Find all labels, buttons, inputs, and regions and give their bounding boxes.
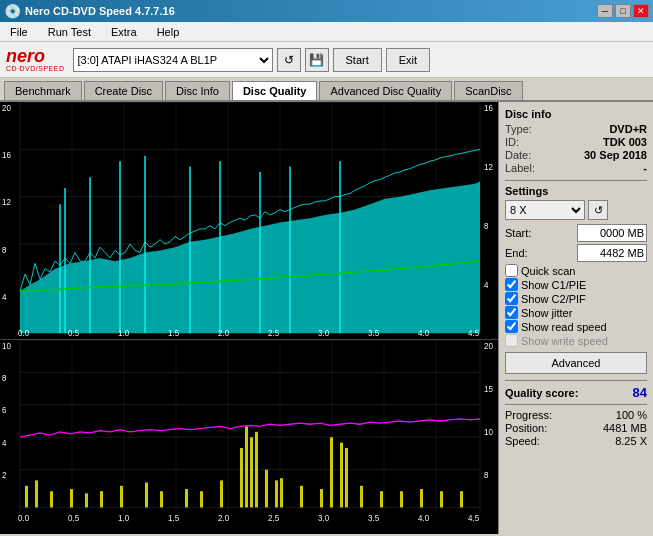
svg-text:0.5: 0.5 — [68, 328, 79, 338]
disc-label-row: Label: - — [505, 162, 647, 174]
svg-text:1.0: 1.0 — [118, 513, 129, 523]
svg-text:4.0: 4.0 — [418, 513, 429, 523]
position-value: 4481 MB — [603, 422, 647, 434]
svg-text:3.0: 3.0 — [318, 513, 329, 523]
end-label: End: — [505, 247, 528, 259]
lower-chart-svg: 10 8 6 4 2 20 15 10 8 0.0 0.5 1.0 1. — [0, 340, 498, 534]
svg-rect-79 — [275, 480, 278, 507]
start-label: Start: — [505, 227, 531, 239]
svg-rect-67 — [100, 491, 103, 507]
app-title: Nero CD-DVD Speed 4.7.7.16 — [25, 5, 175, 17]
disc-label-value: - — [643, 162, 647, 174]
show-c2pif-label: Show C2/PIF — [521, 293, 586, 305]
quick-scan-checkbox[interactable] — [505, 264, 518, 277]
svg-text:4.5: 4.5 — [468, 328, 479, 338]
svg-text:2.5: 2.5 — [268, 513, 279, 523]
app-icon: 💿 — [4, 3, 21, 19]
svg-rect-71 — [185, 489, 188, 507]
speed-row: 8 X ↺ — [505, 200, 647, 220]
show-jitter-checkbox[interactable] — [505, 306, 518, 319]
svg-rect-75 — [245, 426, 248, 507]
menu-help[interactable]: Help — [151, 24, 186, 40]
progress-row: Progress: 100 % — [505, 409, 647, 421]
svg-text:10: 10 — [2, 340, 11, 350]
svg-rect-77 — [255, 431, 258, 507]
close-button[interactable]: ✕ — [633, 4, 649, 18]
refresh-button[interactable]: ↺ — [277, 48, 301, 72]
show-read-speed-checkbox[interactable] — [505, 320, 518, 333]
speed-row-progress: Speed: 8.25 X — [505, 435, 647, 447]
svg-rect-76 — [250, 437, 253, 507]
svg-rect-86 — [360, 485, 363, 507]
disc-id-label: ID: — [505, 136, 519, 148]
advanced-button[interactable]: Advanced — [505, 352, 647, 374]
svg-text:4.0: 4.0 — [418, 328, 429, 338]
nero-brand-sub: CD·DVD/SPEED — [6, 65, 65, 72]
svg-text:0.0: 0.0 — [18, 328, 29, 338]
svg-text:2.5: 2.5 — [268, 328, 279, 338]
svg-rect-73 — [220, 480, 223, 507]
show-write-speed-checkbox[interactable] — [505, 334, 518, 347]
svg-text:8: 8 — [484, 470, 489, 480]
svg-text:8: 8 — [2, 372, 7, 382]
svg-rect-88 — [400, 491, 403, 507]
show-c2pif-checkbox[interactable] — [505, 292, 518, 305]
exit-button[interactable]: Exit — [386, 48, 430, 72]
svg-rect-78 — [265, 469, 268, 507]
svg-text:2.0: 2.0 — [218, 328, 229, 338]
svg-rect-91 — [460, 491, 463, 507]
disc-id-value: TDK 003 — [603, 136, 647, 148]
title-bar: 💿 Nero CD-DVD Speed 4.7.7.16 ─ □ ✕ — [0, 0, 653, 22]
svg-rect-69 — [145, 482, 148, 507]
save-button[interactable]: 💾 — [305, 48, 329, 72]
menu-run-test[interactable]: Run Test — [42, 24, 97, 40]
svg-rect-81 — [300, 485, 303, 507]
start-input[interactable] — [577, 224, 647, 242]
show-write-speed-label: Show write speed — [521, 335, 608, 347]
maximize-button[interactable]: □ — [615, 4, 631, 18]
tab-create-disc[interactable]: Create Disc — [84, 81, 163, 100]
disc-id-row: ID: TDK 003 — [505, 136, 647, 148]
svg-text:2.0: 2.0 — [218, 513, 229, 523]
tab-disc-quality[interactable]: Disc Quality — [232, 81, 318, 100]
lower-chart: 10 8 6 4 2 20 15 10 8 0.0 0.5 1.0 1. — [0, 340, 498, 534]
disc-type-value: DVD+R — [609, 123, 647, 135]
svg-rect-89 — [420, 489, 423, 507]
tab-disc-info[interactable]: Disc Info — [165, 81, 230, 100]
svg-text:4.5: 4.5 — [468, 513, 479, 523]
tabs: Benchmark Create Disc Disc Info Disc Qua… — [0, 78, 653, 102]
menu-file[interactable]: File — [4, 24, 34, 40]
tab-advanced-disc-quality[interactable]: Advanced Disc Quality — [319, 81, 452, 100]
end-input[interactable] — [577, 244, 647, 262]
quality-score-label: Quality score: — [505, 387, 578, 399]
svg-rect-84 — [340, 442, 343, 507]
svg-text:15: 15 — [484, 383, 493, 393]
menu-extra[interactable]: Extra — [105, 24, 143, 40]
show-c1pie-checkbox[interactable] — [505, 278, 518, 291]
start-row: Start: — [505, 224, 647, 242]
svg-text:8: 8 — [484, 221, 489, 231]
svg-text:20: 20 — [2, 102, 11, 112]
svg-text:0.5: 0.5 — [68, 513, 79, 523]
speed-select[interactable]: 8 X — [505, 200, 585, 220]
svg-text:8: 8 — [2, 244, 7, 254]
disc-type-row: Type: DVD+R — [505, 123, 647, 135]
menu-bar: File Run Test Extra Help — [0, 22, 653, 42]
drive-select[interactable]: [3:0] ATAPI iHAS324 A BL1P — [73, 48, 273, 72]
main-content: 20 16 12 8 4 16 12 8 4 0.0 0.5 1.0 1 — [0, 102, 653, 534]
tab-scandisc[interactable]: ScanDisc — [454, 81, 522, 100]
svg-rect-66 — [85, 493, 88, 507]
speed-refresh-button[interactable]: ↺ — [588, 200, 608, 220]
minimize-button[interactable]: ─ — [597, 4, 613, 18]
svg-rect-80 — [280, 478, 283, 507]
title-bar-controls: ─ □ ✕ — [597, 4, 649, 18]
svg-text:3.5: 3.5 — [368, 513, 379, 523]
tab-benchmark[interactable]: Benchmark — [4, 81, 82, 100]
svg-text:6: 6 — [2, 405, 7, 415]
right-panel: Disc info Type: DVD+R ID: TDK 003 Date: … — [498, 102, 653, 534]
svg-text:16: 16 — [2, 150, 11, 160]
disc-type-label: Type: — [505, 123, 532, 135]
quick-scan-row: Quick scan — [505, 264, 647, 277]
disc-label-label: Label: — [505, 162, 535, 174]
start-button[interactable]: Start — [333, 48, 382, 72]
